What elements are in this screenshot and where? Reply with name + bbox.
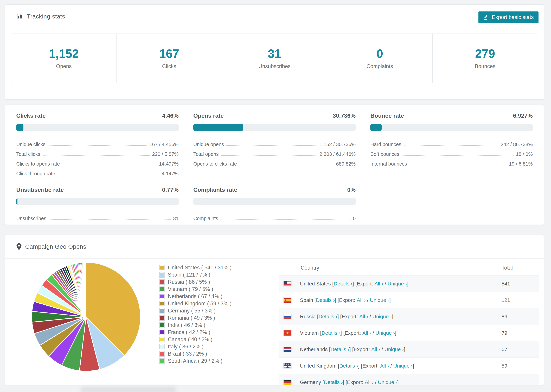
stat-cell-clicks: 167Clicks bbox=[117, 34, 222, 83]
legend-swatch bbox=[159, 322, 165, 328]
legend-swatch bbox=[159, 337, 165, 342]
stat-cell-bounces: 279Bounces bbox=[433, 34, 538, 83]
rate-detail-label: Internal bounces bbox=[370, 161, 407, 167]
rate-detail-row: Soft bounces18 / 0% bbox=[370, 147, 533, 157]
rate-detail-label: Unsubscribes bbox=[16, 216, 46, 221]
export-unique-link[interactable]: Unique › bbox=[388, 281, 407, 287]
vn-flag-icon bbox=[283, 330, 291, 336]
rate-block-clicks-rate: Clicks rate4.46%Unique clicks167 / 4.456… bbox=[16, 112, 179, 176]
export-unique-link[interactable]: Unique › bbox=[372, 314, 392, 320]
export-all-link[interactable]: All › bbox=[359, 314, 368, 320]
rate-detail-label: Unique opens bbox=[193, 142, 224, 147]
details-link[interactable]: Details › bbox=[322, 330, 340, 336]
legend-swatch bbox=[159, 358, 165, 364]
export-unique-link[interactable]: Unique › bbox=[393, 363, 413, 369]
export-unique-link[interactable]: Unique › bbox=[384, 347, 404, 352]
export-unique-link[interactable]: Unique › bbox=[370, 297, 389, 303]
rate-detail-row: Click through rate4.147% bbox=[16, 167, 179, 176]
geo-table-row-netherlands: Netherlands [Details ›] [Export: All › /… bbox=[279, 341, 539, 357]
legend-label: Canada ( 40 / 2% ) bbox=[168, 336, 212, 343]
details-link[interactable]: Details › bbox=[334, 281, 353, 287]
geo-country-total: 79 bbox=[502, 330, 539, 336]
legend-swatch bbox=[159, 351, 165, 357]
rate-progress-fill bbox=[16, 124, 23, 131]
legend-label: Russia ( 86 / 5% ) bbox=[168, 279, 210, 285]
legend-swatch bbox=[159, 315, 165, 321]
details-link[interactable]: Details › bbox=[330, 347, 349, 352]
export-all-link[interactable]: All › bbox=[371, 347, 380, 352]
stat-value: 0 bbox=[376, 47, 383, 61]
rate-title: Complaints rate bbox=[193, 186, 237, 193]
export-unique-link[interactable]: Unique › bbox=[378, 379, 397, 385]
stat-value: 279 bbox=[475, 47, 495, 61]
dotted-leader bbox=[48, 145, 147, 146]
geo-content: United States ( 541 / 31% )Spain ( 121 /… bbox=[5, 256, 544, 385]
legend-item-italy: Italy ( 36 / 2% ) bbox=[159, 343, 232, 350]
stat-cell-complaints: 0Complaints bbox=[327, 34, 432, 83]
rate-title: Unsubscribe rate bbox=[16, 186, 64, 193]
rate-detail-value: 14.497% bbox=[159, 161, 179, 167]
geo-country-name: Spain bbox=[300, 297, 313, 303]
export-basic-stats-label: Export basic stats bbox=[492, 14, 534, 20]
details-link[interactable]: Details › bbox=[339, 363, 358, 369]
rate-detail-row: Opens to clicks rate689.82% bbox=[193, 157, 356, 167]
legend-item-romania: Romania ( 49 / 3% ) bbox=[159, 314, 232, 322]
de-flag-icon bbox=[283, 380, 291, 385]
export-icon bbox=[483, 14, 489, 20]
legend-swatch bbox=[159, 294, 165, 299]
dotted-leader bbox=[402, 155, 514, 156]
nl-flag-icon bbox=[283, 347, 291, 352]
legend-swatch bbox=[159, 272, 165, 278]
export-all-link[interactable]: All › bbox=[362, 330, 371, 336]
geo-opens-pie-chart bbox=[31, 262, 141, 372]
geo-opens-table: Country Total United States [Details ›] … bbox=[279, 260, 539, 385]
details-link[interactable]: Details › bbox=[324, 379, 343, 385]
legend-label: France ( 42 / 2% ) bbox=[168, 329, 210, 335]
campaign-geo-opens-title: Campaign Geo Opens bbox=[25, 243, 86, 250]
rate-detail-label: Total opens bbox=[193, 152, 219, 157]
gb-flag-icon bbox=[283, 363, 291, 368]
geo-country-total: 541 bbox=[502, 281, 539, 287]
geo-country-total: 59 bbox=[502, 363, 539, 369]
dotted-leader bbox=[239, 165, 334, 165]
legend-item-south-africa: South Africa ( 29 / 2% ) bbox=[159, 357, 232, 365]
details-link[interactable]: Details › bbox=[316, 297, 335, 303]
export-all-link[interactable]: All › bbox=[357, 297, 366, 303]
rate-detail-value: 19 / 6.81% bbox=[509, 161, 533, 167]
export-all-link[interactable]: All › bbox=[380, 363, 389, 369]
export-all-link[interactable]: All › bbox=[365, 379, 374, 385]
legend-swatch bbox=[159, 279, 165, 285]
legend-item-netherlands: Netherlands ( 67 / 4% ) bbox=[159, 293, 232, 300]
rate-block-unsubscribe-rate: Unsubscribe rate0.77%Unsubscribes31 bbox=[16, 186, 179, 221]
export-basic-stats-button[interactable]: Export basic stats bbox=[479, 11, 538, 23]
legend-label: Vietnam ( 79 / 5% ) bbox=[168, 286, 213, 292]
rate-block-complaints-rate: Complaints rate0%Complaints0 bbox=[193, 186, 356, 221]
legend-swatch bbox=[159, 265, 165, 270]
dotted-leader bbox=[49, 219, 171, 220]
rate-detail-label: Hard bounces bbox=[370, 142, 401, 147]
rates-grid: Clicks rate4.46%Unique clicks167 / 4.456… bbox=[16, 112, 533, 221]
stat-value: 31 bbox=[268, 47, 281, 61]
legend-item-canada: Canada ( 40 / 2% ) bbox=[159, 336, 232, 343]
rate-detail-row: Total opens2,303 / 61.446% bbox=[193, 147, 356, 157]
stats-row: 1,152Opens167Clicks31Unsubscribes0Compla… bbox=[11, 34, 538, 83]
legend-item-france: France ( 42 / 2% ) bbox=[159, 329, 232, 336]
legend-label: Romania ( 49 / 3% ) bbox=[168, 315, 215, 321]
stat-cell-unsubscribes: 31Unsubscribes bbox=[222, 34, 327, 83]
stat-value: 167 bbox=[159, 47, 179, 61]
rate-detail-value: 18 / 0% bbox=[516, 152, 533, 157]
export-all-link[interactable]: All › bbox=[374, 281, 383, 287]
rate-progress-track bbox=[193, 198, 356, 205]
export-unique-link[interactable]: Unique › bbox=[375, 330, 395, 336]
geo-table-body: United States [Details ›] [Export: All ›… bbox=[279, 275, 539, 385]
rate-detail-value: 4.147% bbox=[162, 171, 178, 176]
rates-card: Clicks rate4.46%Unique clicks167 / 4.456… bbox=[5, 105, 544, 225]
rate-detail-label: Opens to clicks rate bbox=[193, 161, 237, 167]
rate-detail-value: 31 bbox=[173, 216, 178, 221]
legend-swatch bbox=[159, 329, 165, 335]
geo-table-row-germany: Germany [Details ›] [Export: All › / Uni… bbox=[279, 374, 539, 385]
stat-label: Complaints bbox=[367, 63, 393, 70]
campaign-geo-opens-header: Campaign Geo Opens bbox=[5, 235, 544, 259]
details-link[interactable]: Details › bbox=[318, 314, 337, 320]
rate-detail-value: 2,303 / 61.446% bbox=[319, 152, 356, 157]
